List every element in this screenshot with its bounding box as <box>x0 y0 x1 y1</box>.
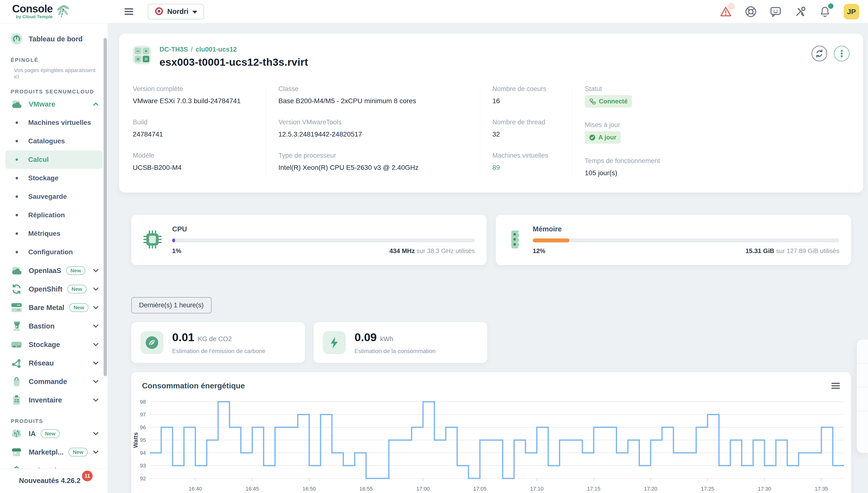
sidebar-item-openiaas[interactable]: OpenIaaS New <box>0 261 108 280</box>
sidebar-item-stockage[interactable]: Stockage <box>0 335 108 354</box>
sidebar-item-dashboard[interactable]: Tableau de bord <box>0 30 108 48</box>
group-label: IA <box>29 430 36 438</box>
sidebar-item-reseau[interactable]: Réseau <box>0 354 108 372</box>
co2-unit: KG de CO2 <box>198 335 232 343</box>
energy-chart: 9293949596979816:4016:4516:5016:5517:001… <box>131 390 851 493</box>
chevron-down-icon <box>92 322 99 330</box>
storefront-icon <box>11 446 22 458</box>
sidebar-item-sauvegarde[interactable]: Sauvegarde <box>0 187 108 206</box>
tenant-selector[interactable]: Nordri <box>148 4 204 19</box>
alert-badge <box>728 3 735 10</box>
cpu-used: 434 MHz <box>389 247 415 255</box>
cpu-percent: 1% <box>172 247 181 255</box>
hamburger-menu-icon[interactable] <box>122 5 135 18</box>
info-field-coeurs: Nombre de coeurs 16 <box>493 85 572 105</box>
refresh-button[interactable] <box>812 46 827 61</box>
kwh-unit: kWh <box>380 335 393 343</box>
sidebar-item-colocation[interactable]: Colocation <box>0 462 108 468</box>
host-header-card: −+ ×= DC-TH3S / clu001-ucs12 esx003-t000… <box>119 34 863 192</box>
whats-new-link[interactable]: Nouveautés 4.26.2 11 <box>0 468 108 493</box>
sidebar-item-bastion[interactable]: Bastion <box>0 317 108 335</box>
info-field-uptime: Temps de fonctionnement 105 jour(s) <box>585 157 849 177</box>
svg-text:16:50: 16:50 <box>302 486 316 492</box>
svg-text:17:10: 17:10 <box>530 486 543 492</box>
avatar[interactable]: JP <box>844 4 859 19</box>
chevron-down-icon <box>92 430 99 437</box>
feedback-button[interactable] <box>770 6 781 18</box>
svg-text:17:35: 17:35 <box>815 486 828 492</box>
new-badge: New <box>41 429 60 438</box>
period-selector-button[interactable]: Dernière(s) 1 heure(s) <box>131 297 211 314</box>
svg-text:93: 93 <box>140 463 146 469</box>
group-label: Bastion <box>29 322 54 330</box>
bullet-icon <box>16 232 18 235</box>
svg-text:17:05: 17:05 <box>473 486 486 492</box>
logo[interactable]: Console by Cloud Temple <box>0 4 108 19</box>
dragonfly-icon <box>55 3 71 19</box>
child-label: Réplication <box>28 211 65 219</box>
sidebar-item-ia[interactable]: IA New <box>0 424 108 443</box>
sidebar-scrollbar[interactable] <box>104 38 107 376</box>
sidebar-item-bare-metal[interactable]: Bare Metal New <box>0 298 108 317</box>
sidebar-item-calcul[interactable]: Calcul <box>5 150 102 169</box>
svg-text:Watts: Watts <box>132 432 139 448</box>
logo-title: Console <box>12 4 53 14</box>
clipboard-icon <box>11 394 22 406</box>
cloud-icon <box>11 265 22 276</box>
chevron-down-icon <box>92 285 99 293</box>
chevron-down-icon <box>92 359 99 367</box>
offscreen-panel-sliver <box>857 340 868 453</box>
sidebar-item-catalogues[interactable]: Catalogues <box>0 132 108 150</box>
group-label: Bare Metal <box>29 304 64 312</box>
alerts-button[interactable] <box>720 6 732 17</box>
memory-used: 15.31 GiB <box>746 247 774 255</box>
info-field-modele: Modèle UCSB-B200-M4 <box>133 152 266 172</box>
svg-text:94: 94 <box>140 450 146 456</box>
svg-text:16:40: 16:40 <box>189 486 202 492</box>
info-field-threads: Nombre de thread 32 <box>493 119 572 138</box>
sidebar-item-metriques[interactable]: Métriques <box>0 224 108 243</box>
child-label: Métriques <box>28 230 60 237</box>
products-section-title: PRODUITS <box>0 418 108 424</box>
cpu-total: sur 38.3 GHz utilisés <box>415 247 475 255</box>
support-button[interactable] <box>745 6 757 18</box>
sidebar-item-inventaire[interactable]: Inventaire <box>0 391 108 409</box>
host-info-grid: Version complète VMware ESXi 7.0.3 build… <box>133 85 849 177</box>
chat-smiley-icon <box>770 6 781 18</box>
chart-context-menu-icon[interactable] <box>831 383 840 390</box>
cpu-progress-fill <box>172 238 175 242</box>
breadcrumb-cluster[interactable]: clu001-ucs12 <box>196 46 237 53</box>
vm-count-link[interactable]: 89 <box>493 164 572 172</box>
memory-percent: 12% <box>533 247 545 255</box>
notifications-button[interactable] <box>819 6 830 18</box>
update-badge: A jour <box>585 131 621 144</box>
breadcrumb-datacenter[interactable]: DC-TH3S <box>160 46 188 53</box>
sidebar-item-openshift[interactable]: OpenShift New <box>0 280 108 298</box>
tenant-name: Nordri <box>167 7 188 16</box>
sidebar-item-vmware[interactable]: VMware <box>0 95 108 113</box>
sidebar-item-stockage-vmware[interactable]: Stockage <box>0 169 108 187</box>
more-actions-button[interactable] <box>834 46 849 61</box>
info-field-version-complete: Version complète VMware ESXi 7.0.3 build… <box>133 85 266 105</box>
svg-text:17:25: 17:25 <box>701 486 714 492</box>
page-title: esx003-t0001-ucs12-th3s.rvirt <box>160 56 308 68</box>
svg-text:17:20: 17:20 <box>644 486 658 492</box>
sidebar-item-machines-virtuelles[interactable]: Machines virtuelles <box>0 113 108 132</box>
info-value: VMware ESXi 7.0.3 build-24784741 <box>133 97 266 105</box>
sidebar-item-commande[interactable]: Commande <box>0 372 108 391</box>
info-label: Mises à jour <box>585 121 849 129</box>
sidebar-item-replication[interactable]: Réplication <box>0 206 108 224</box>
chevron-up-icon <box>92 101 99 108</box>
info-label: Build <box>133 119 266 126</box>
info-field-vmwaretools: Version VMwareTools 12.5.3.24819442-2482… <box>278 119 480 138</box>
child-label: Sauvegarde <box>28 193 67 200</box>
tools-button[interactable] <box>795 6 806 18</box>
bullet-icon <box>16 140 18 142</box>
info-field-processeur: Type de processeur Intel(R) Xeon(R) CPU … <box>278 152 480 172</box>
bullet-icon <box>16 122 18 124</box>
memory-progress-fill <box>533 238 569 242</box>
sidebar-item-marketplace[interactable]: Marketpl... New <box>0 443 108 462</box>
bullet-icon <box>16 158 18 161</box>
sidebar-item-configuration[interactable]: Configuration <box>0 243 108 261</box>
memory-total: sur 127.89 GiB utilisés <box>774 247 839 255</box>
